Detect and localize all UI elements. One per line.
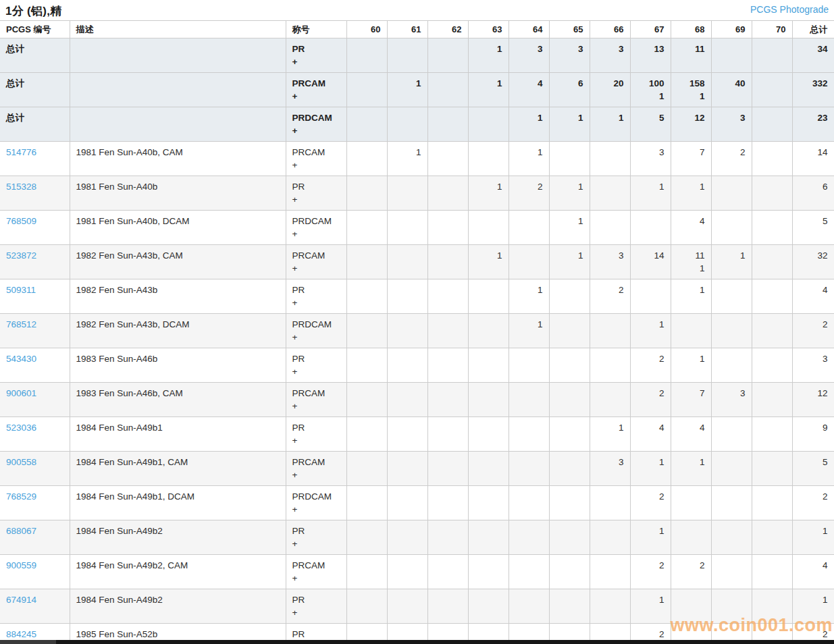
pcgs-number-link[interactable]: 674914 bbox=[6, 595, 36, 605]
pcgs-number-link[interactable]: 688067 bbox=[6, 526, 36, 536]
pcgs-number-link[interactable]: 543430 bbox=[6, 354, 36, 364]
grade-cell-69 bbox=[711, 555, 752, 589]
grade-cell-68: 158 1 bbox=[671, 73, 711, 107]
pcgs-number-link[interactable]: 515328 bbox=[6, 182, 36, 192]
summary-label-cell: 总计 bbox=[0, 73, 70, 107]
grade-cell-68: 11 bbox=[671, 38, 711, 73]
grade-cell-67: 2 bbox=[630, 348, 671, 383]
grade-cell-65: 3 bbox=[549, 38, 590, 73]
grade-cell-69 bbox=[711, 176, 752, 211]
grade-cell-70 bbox=[752, 38, 792, 73]
pcgs-id-cell: 543430 bbox=[0, 348, 70, 383]
pcgs-id-cell: 768529 bbox=[0, 486, 70, 520]
grade-cell-60 bbox=[346, 417, 387, 452]
summary-row: 总计PR +1333131134 bbox=[0, 38, 834, 73]
grade-cell-60 bbox=[346, 314, 387, 348]
grade-cell-61 bbox=[387, 383, 427, 417]
grade-cell-70 bbox=[752, 211, 792, 245]
total-cell: 332 bbox=[792, 73, 834, 107]
grade-cell-62 bbox=[427, 38, 468, 73]
column-header-70: 70 bbox=[752, 21, 792, 38]
pcgs-number-link[interactable]: 884245 bbox=[6, 629, 36, 639]
column-header-description: 描述 bbox=[70, 21, 286, 38]
column-header-designation: 称号 bbox=[286, 21, 346, 38]
grade-cell-68: 1 bbox=[671, 279, 711, 314]
grade-cell-60 bbox=[346, 176, 387, 211]
grade-cell-65 bbox=[549, 486, 590, 520]
pcgs-id-cell: 523036 bbox=[0, 417, 70, 452]
total-cell: 5 bbox=[792, 452, 834, 486]
pcgs-number-link[interactable]: 514776 bbox=[6, 147, 36, 157]
grade-cell-64 bbox=[509, 348, 549, 383]
table-row: 5230361984 Fen Sun-A49b1PR +1449 bbox=[0, 417, 834, 452]
grade-cell-70 bbox=[752, 452, 792, 486]
grade-cell-63 bbox=[468, 142, 509, 176]
total-cell: 6 bbox=[792, 176, 834, 211]
grade-cell-69: 3 bbox=[711, 383, 752, 417]
grade-cell-66: 1 bbox=[590, 417, 630, 452]
grade-cell-65: 1 bbox=[549, 107, 590, 142]
summary-row: 总计PRCAM +114620100 1158 140332 bbox=[0, 73, 834, 107]
grade-cell-67: 5 bbox=[630, 107, 671, 142]
pcgs-id-cell: 900558 bbox=[0, 452, 70, 486]
pcgs-number-link[interactable]: 523872 bbox=[6, 250, 36, 261]
pcgs-number-link[interactable]: 768512 bbox=[6, 319, 36, 329]
grade-cell-68 bbox=[671, 520, 711, 555]
grade-cell-70 bbox=[752, 486, 792, 520]
pcgs-id-cell: 688067 bbox=[0, 520, 70, 555]
pcgs-id-cell: 515328 bbox=[0, 176, 70, 211]
grade-cell-65 bbox=[549, 452, 590, 486]
grade-cell-66 bbox=[590, 589, 630, 624]
grade-cell-60 bbox=[346, 520, 387, 555]
column-header-67: 67 bbox=[630, 21, 671, 38]
pcgs-id-cell: 674914 bbox=[0, 589, 70, 624]
pcgs-number-link[interactable]: 768529 bbox=[6, 491, 36, 502]
grade-cell-64: 2 bbox=[509, 176, 549, 211]
grade-cell-63 bbox=[468, 555, 509, 589]
grade-cell-61 bbox=[387, 107, 427, 142]
grade-cell-68: 1 bbox=[671, 348, 711, 383]
grade-cell-66 bbox=[590, 383, 630, 417]
description-cell: 1981 Fen Sun-A40b, DCAM bbox=[70, 211, 286, 245]
column-header-64: 64 bbox=[509, 21, 549, 38]
designation-cell: PRCAM + bbox=[286, 142, 346, 176]
grade-cell-67: 1 bbox=[630, 520, 671, 555]
grade-cell-64: 1 bbox=[509, 279, 549, 314]
grade-cell-65 bbox=[549, 314, 590, 348]
pcgs-number-link[interactable]: 900558 bbox=[6, 457, 36, 467]
grade-cell-61 bbox=[387, 486, 427, 520]
pcgs-number-link[interactable]: 509311 bbox=[6, 285, 36, 295]
photograde-link[interactable]: PCGS Photograde bbox=[750, 4, 829, 15]
pcgs-id-cell: 900559 bbox=[0, 555, 70, 589]
grade-cell-60 bbox=[346, 279, 387, 314]
pcgs-id-cell: 509311 bbox=[0, 279, 70, 314]
total-cell: 2 bbox=[792, 486, 834, 520]
description-cell: 1983 Fen Sun-A46b, CAM bbox=[70, 383, 286, 417]
grade-cell-69 bbox=[711, 211, 752, 245]
pcgs-number-link[interactable]: 768509 bbox=[6, 216, 36, 226]
grade-cell-60 bbox=[346, 589, 387, 624]
designation-cell: PRCAM + bbox=[286, 383, 346, 417]
column-header-62: 62 bbox=[427, 21, 468, 38]
grade-cell-62 bbox=[427, 348, 468, 383]
grade-cell-63 bbox=[468, 107, 509, 142]
grade-cell-70 bbox=[752, 348, 792, 383]
designation-cell: PR + bbox=[286, 176, 346, 211]
table-row: 6749141984 Fen Sun-A49b2PR +11 bbox=[0, 589, 834, 624]
grade-cell-68 bbox=[671, 486, 711, 520]
grade-cell-67: 13 bbox=[630, 38, 671, 73]
pcgs-number-link[interactable]: 900601 bbox=[6, 388, 36, 398]
pcgs-number-link[interactable]: 900559 bbox=[6, 560, 36, 570]
pcgs-number-link[interactable]: 523036 bbox=[6, 423, 36, 433]
description-cell: 1984 Fen Sun-A49b1, DCAM bbox=[70, 486, 286, 520]
table-row: 6880671984 Fen Sun-A49b2PR +11 bbox=[0, 520, 834, 555]
grade-cell-67: 2 bbox=[630, 555, 671, 589]
table-row: 5238721982 Fen Sun-A43b, CAMPRCAM +11314… bbox=[0, 245, 834, 279]
grade-cell-68: 7 bbox=[671, 142, 711, 176]
grade-cell-63 bbox=[468, 486, 509, 520]
grade-cell-66 bbox=[590, 211, 630, 245]
grade-cell-66 bbox=[590, 176, 630, 211]
total-cell: 9 bbox=[792, 417, 834, 452]
column-header-pcgs-number: PCGS 编号 bbox=[0, 21, 70, 38]
grade-cell-66 bbox=[590, 520, 630, 555]
